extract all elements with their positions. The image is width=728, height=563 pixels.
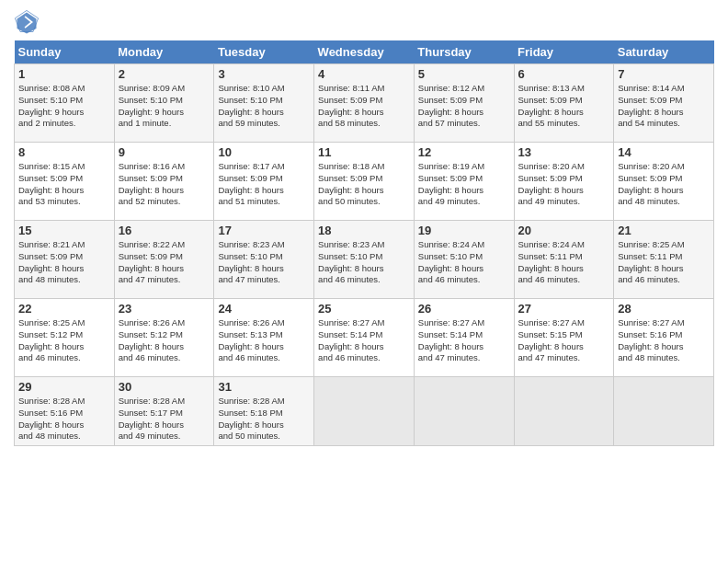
- day-number: 19: [418, 224, 510, 237]
- day-info: Sunrise: 8:28 AMSunset: 5:16 PMDaylight:…: [18, 396, 110, 442]
- day-number: 24: [218, 302, 310, 316]
- sunrise-text: Sunrise: 8:20 AM: [518, 161, 585, 171]
- day-number: 15: [18, 224, 110, 237]
- day-info: Sunrise: 8:20 AMSunset: 5:09 PMDaylight:…: [618, 161, 710, 208]
- day-number: 9: [119, 145, 210, 159]
- day-info: Sunrise: 8:24 AMSunset: 5:10 PMDaylight:…: [418, 239, 510, 286]
- day-number: 26: [418, 302, 510, 316]
- day-number: 23: [119, 302, 210, 316]
- day-cell: [614, 377, 714, 446]
- day-number: 22: [18, 302, 110, 316]
- sunrise-text: Sunrise: 8:12 AM: [418, 83, 484, 93]
- daylight-text: Daylight: 8 hoursand 46 minutes.: [18, 341, 84, 363]
- week-row-5: 29Sunrise: 8:28 AMSunset: 5:16 PMDayligh…: [15, 377, 714, 446]
- day-number: 11: [318, 145, 410, 159]
- day-info: Sunrise: 8:16 AMSunset: 5:09 PMDaylight:…: [119, 161, 210, 208]
- daylight-text: Daylight: 8 hoursand 47 minutes.: [119, 263, 184, 285]
- sunrise-text: Sunrise: 8:14 AM: [618, 83, 684, 93]
- daylight-text: Daylight: 8 hoursand 49 minutes.: [518, 185, 584, 207]
- sunrise-text: Sunrise: 8:18 AM: [318, 161, 384, 171]
- col-header-monday: Monday: [114, 40, 214, 64]
- day-info: Sunrise: 8:27 AMSunset: 5:14 PMDaylight:…: [318, 317, 410, 364]
- sunrise-text: Sunrise: 8:27 AM: [318, 317, 384, 327]
- daylight-text: Daylight: 8 hoursand 46 minutes.: [618, 263, 683, 285]
- week-row-1: 1Sunrise: 8:08 AMSunset: 5:10 PMDaylight…: [15, 64, 714, 143]
- sunset-text: Sunset: 5:10 PM: [18, 95, 83, 105]
- day-cell: 16Sunrise: 8:22 AMSunset: 5:09 PMDayligh…: [114, 221, 214, 299]
- sunset-text: Sunset: 5:16 PM: [18, 408, 83, 418]
- day-cell: 22Sunrise: 8:25 AMSunset: 5:12 PMDayligh…: [15, 299, 115, 377]
- sunrise-text: Sunrise: 8:27 AM: [418, 317, 484, 327]
- sunrise-text: Sunrise: 8:28 AM: [119, 396, 185, 406]
- day-number: 8: [18, 145, 110, 159]
- daylight-text: Daylight: 8 hoursand 46 minutes.: [218, 341, 283, 363]
- day-cell: 7Sunrise: 8:14 AMSunset: 5:09 PMDaylight…: [614, 64, 714, 143]
- day-number: 1: [18, 67, 110, 81]
- day-info: Sunrise: 8:23 AMSunset: 5:10 PMDaylight:…: [218, 239, 310, 286]
- day-info: Sunrise: 8:24 AMSunset: 5:11 PMDaylight:…: [518, 239, 610, 286]
- sunset-text: Sunset: 5:09 PM: [418, 173, 483, 183]
- sunrise-text: Sunrise: 8:24 AM: [418, 239, 484, 249]
- sunset-text: Sunset: 5:09 PM: [318, 173, 382, 183]
- sunrise-text: Sunrise: 8:08 AM: [18, 83, 85, 93]
- sunset-text: Sunset: 5:09 PM: [618, 173, 682, 183]
- sunset-text: Sunset: 5:09 PM: [119, 251, 183, 261]
- day-number: 28: [618, 302, 710, 316]
- day-info: Sunrise: 8:22 AMSunset: 5:09 PMDaylight:…: [119, 239, 210, 286]
- sunrise-text: Sunrise: 8:24 AM: [518, 239, 585, 249]
- daylight-text: Daylight: 8 hoursand 53 minutes.: [18, 185, 84, 207]
- day-cell: 20Sunrise: 8:24 AMSunset: 5:11 PMDayligh…: [514, 221, 614, 299]
- day-info: Sunrise: 8:12 AMSunset: 5:09 PMDaylight:…: [418, 83, 510, 130]
- sunrise-text: Sunrise: 8:22 AM: [119, 239, 185, 249]
- day-cell: 31Sunrise: 8:28 AMSunset: 5:18 PMDayligh…: [214, 377, 314, 446]
- daylight-text: Daylight: 8 hoursand 52 minutes.: [119, 185, 184, 207]
- day-number: 4: [318, 67, 410, 81]
- day-cell: 4Sunrise: 8:11 AMSunset: 5:09 PMDaylight…: [314, 64, 415, 143]
- sunrise-text: Sunrise: 8:23 AM: [318, 239, 384, 249]
- daylight-text: Daylight: 8 hoursand 49 minutes.: [119, 419, 184, 442]
- header: [14, 9, 714, 35]
- day-cell: 24Sunrise: 8:26 AMSunset: 5:13 PMDayligh…: [214, 299, 314, 377]
- day-cell: 13Sunrise: 8:20 AMSunset: 5:09 PMDayligh…: [514, 143, 614, 221]
- daylight-text: Daylight: 9 hoursand 1 minute.: [119, 107, 184, 129]
- day-cell: 19Sunrise: 8:24 AMSunset: 5:10 PMDayligh…: [414, 221, 514, 299]
- sunset-text: Sunset: 5:09 PM: [618, 95, 682, 105]
- day-number: 31: [218, 380, 310, 394]
- day-info: Sunrise: 8:18 AMSunset: 5:09 PMDaylight:…: [318, 161, 410, 208]
- sunset-text: Sunset: 5:18 PM: [218, 408, 282, 418]
- sunset-text: Sunset: 5:12 PM: [18, 329, 83, 339]
- sunrise-text: Sunrise: 8:20 AM: [618, 161, 684, 171]
- day-cell: 11Sunrise: 8:18 AMSunset: 5:09 PMDayligh…: [314, 143, 415, 221]
- day-number: 20: [518, 224, 610, 237]
- sunrise-text: Sunrise: 8:26 AM: [218, 317, 284, 327]
- page-container: SundayMondayTuesdayWednesdayThursdayFrid…: [0, 0, 728, 455]
- daylight-text: Daylight: 8 hoursand 47 minutes.: [518, 341, 584, 363]
- sunset-text: Sunset: 5:09 PM: [518, 95, 583, 105]
- day-cell: 15Sunrise: 8:21 AMSunset: 5:09 PMDayligh…: [15, 221, 115, 299]
- day-cell: 9Sunrise: 8:16 AMSunset: 5:09 PMDaylight…: [114, 143, 214, 221]
- day-info: Sunrise: 8:10 AMSunset: 5:10 PMDaylight:…: [218, 83, 310, 130]
- day-number: 17: [218, 224, 310, 237]
- sunset-text: Sunset: 5:09 PM: [119, 173, 183, 183]
- daylight-text: Daylight: 8 hoursand 46 minutes.: [119, 341, 184, 363]
- daylight-text: Daylight: 8 hoursand 46 minutes.: [418, 263, 483, 285]
- day-info: Sunrise: 8:08 AMSunset: 5:10 PMDaylight:…: [18, 83, 110, 130]
- daylight-text: Daylight: 8 hoursand 48 minutes.: [618, 341, 683, 363]
- day-number: 7: [618, 67, 710, 81]
- day-cell: 26Sunrise: 8:27 AMSunset: 5:14 PMDayligh…: [414, 299, 514, 377]
- daylight-text: Daylight: 9 hoursand 2 minutes.: [18, 107, 84, 129]
- sunrise-text: Sunrise: 8:21 AM: [18, 239, 85, 249]
- day-info: Sunrise: 8:28 AMSunset: 5:18 PMDaylight:…: [218, 396, 310, 442]
- sunrise-text: Sunrise: 8:09 AM: [119, 83, 185, 93]
- daylight-text: Daylight: 8 hoursand 58 minutes.: [318, 107, 383, 129]
- sunset-text: Sunset: 5:09 PM: [518, 173, 583, 183]
- day-number: 21: [618, 224, 710, 237]
- day-info: Sunrise: 8:26 AMSunset: 5:12 PMDaylight:…: [119, 317, 210, 364]
- calendar-header-row: SundayMondayTuesdayWednesdayThursdayFrid…: [15, 40, 714, 64]
- sunset-text: Sunset: 5:10 PM: [418, 251, 483, 261]
- sunset-text: Sunset: 5:14 PM: [318, 329, 382, 339]
- sunrise-text: Sunrise: 8:19 AM: [418, 161, 484, 171]
- day-info: Sunrise: 8:28 AMSunset: 5:17 PMDaylight:…: [119, 396, 210, 442]
- sunrise-text: Sunrise: 8:11 AM: [318, 83, 384, 93]
- week-row-2: 8Sunrise: 8:15 AMSunset: 5:09 PMDaylight…: [15, 143, 714, 221]
